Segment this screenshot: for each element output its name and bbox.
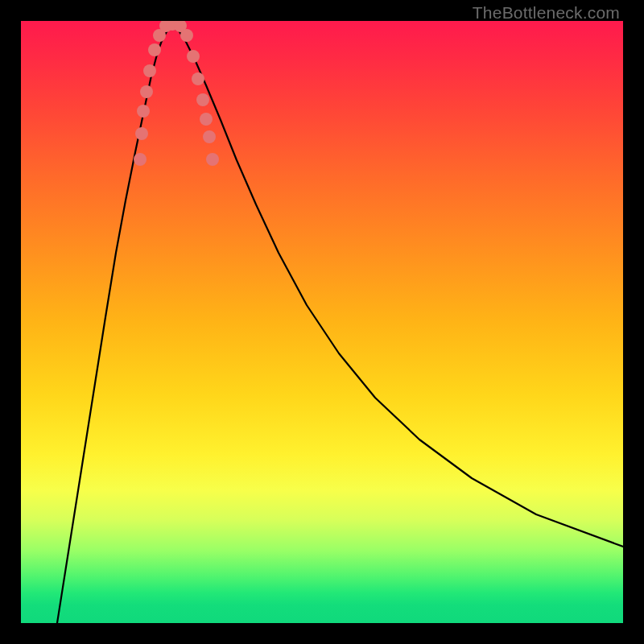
- data-dot: [196, 93, 209, 106]
- data-dot: [137, 105, 150, 118]
- data-dot: [143, 64, 156, 77]
- data-dot: [206, 153, 219, 166]
- watermark-text: TheBottleneck.com: [473, 3, 620, 23]
- plot-area: [21, 21, 623, 623]
- data-dot: [192, 72, 204, 85]
- data-dot: [135, 127, 148, 140]
- curve-layer: [21, 21, 623, 623]
- chart-frame: TheBottleneck.com: [0, 0, 644, 644]
- data-dot: [148, 43, 161, 56]
- data-dot: [203, 130, 216, 143]
- data-dot: [180, 29, 193, 42]
- data-dot: [134, 153, 147, 166]
- data-dot: [200, 113, 213, 126]
- data-dot: [140, 85, 153, 98]
- data-dot: [187, 50, 200, 63]
- data-dots: [134, 21, 219, 166]
